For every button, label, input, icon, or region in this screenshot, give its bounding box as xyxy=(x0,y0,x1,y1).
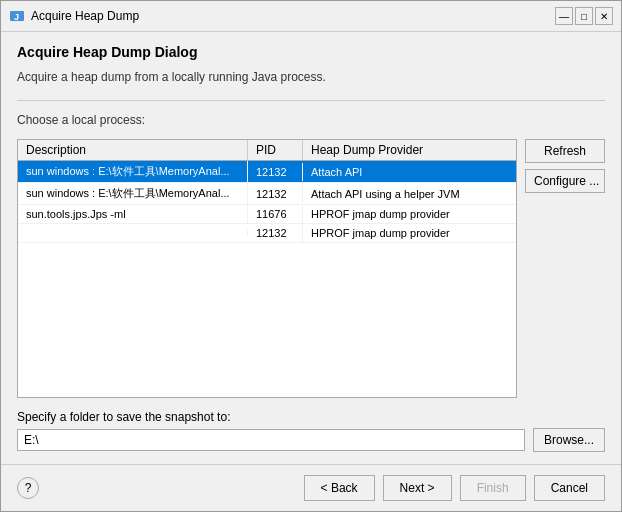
process-table: Description PID Heap Dump Provider sun w… xyxy=(17,139,517,398)
table-body[interactable]: sun windows : E:\软件工具\MemoryAnal... 1213… xyxy=(18,161,516,397)
row-pid: 12132 xyxy=(248,185,303,203)
col-description: Description xyxy=(18,140,248,160)
col-pid: PID xyxy=(248,140,303,160)
row-pid: 11676 xyxy=(248,205,303,223)
cancel-button[interactable]: Cancel xyxy=(534,475,605,501)
row-provider: Attach API xyxy=(303,163,516,181)
acquire-heap-dump-dialog: J Acquire Heap Dump — □ ✕ Acquire Heap D… xyxy=(0,0,622,512)
row-desc: sun.tools.jps.Jps -ml xyxy=(18,205,248,223)
folder-row: Browse... xyxy=(17,428,605,452)
table-row[interactable]: 12132 HPROF jmap dump provider xyxy=(18,224,516,243)
refresh-button[interactable]: Refresh xyxy=(525,139,605,163)
next-button[interactable]: Next > xyxy=(383,475,452,501)
dialog-heading: Acquire Heap Dump Dialog xyxy=(17,44,605,60)
configure-button[interactable]: Configure ... xyxy=(525,169,605,193)
maximize-button[interactable]: □ xyxy=(575,7,593,25)
folder-section: Specify a folder to save the snapshot to… xyxy=(17,410,605,452)
row-desc: sun windows : E:\软件工具\MemoryAnal... xyxy=(18,183,248,204)
finish-button[interactable]: Finish xyxy=(460,475,526,501)
title-bar: J Acquire Heap Dump — □ ✕ xyxy=(1,1,621,32)
table-row[interactable]: sun windows : E:\软件工具\MemoryAnal... 1213… xyxy=(18,161,516,183)
row-pid: 12132 xyxy=(248,224,303,242)
table-header: Description PID Heap Dump Provider xyxy=(18,140,516,161)
title-bar-label: Acquire Heap Dump xyxy=(31,9,549,23)
svg-text:J: J xyxy=(14,12,19,22)
back-button[interactable]: < Back xyxy=(304,475,375,501)
row-provider: HPROF jmap dump provider xyxy=(303,224,516,242)
close-button[interactable]: ✕ xyxy=(595,7,613,25)
dialog-footer: ? < Back Next > Finish Cancel xyxy=(1,465,621,511)
row-pid: 12132 xyxy=(248,163,303,181)
row-desc xyxy=(18,230,248,236)
process-area: Description PID Heap Dump Provider sun w… xyxy=(17,139,605,398)
group-label: Choose a local process: xyxy=(17,113,605,127)
dialog-description: Acquire a heap dump from a locally runni… xyxy=(17,70,605,84)
top-separator xyxy=(17,100,605,101)
row-provider: HPROF jmap dump provider xyxy=(303,205,516,223)
table-row[interactable]: sun.tools.jps.Jps -ml 11676 HPROF jmap d… xyxy=(18,205,516,224)
folder-input[interactable] xyxy=(17,429,525,451)
row-desc: sun windows : E:\软件工具\MemoryAnal... xyxy=(18,161,248,182)
row-provider: Attach API using a helper JVM xyxy=(303,185,516,203)
browse-button[interactable]: Browse... xyxy=(533,428,605,452)
dialog-content: Acquire Heap Dump Dialog Acquire a heap … xyxy=(1,32,621,464)
dialog-icon: J xyxy=(9,8,25,24)
help-button[interactable]: ? xyxy=(17,477,39,499)
minimize-button[interactable]: — xyxy=(555,7,573,25)
side-buttons: Refresh Configure ... xyxy=(525,139,605,398)
window-controls: — □ ✕ xyxy=(555,7,613,25)
col-provider: Heap Dump Provider xyxy=(303,140,516,160)
folder-label: Specify a folder to save the snapshot to… xyxy=(17,410,605,424)
table-row[interactable]: sun windows : E:\软件工具\MemoryAnal... 1213… xyxy=(18,183,516,205)
